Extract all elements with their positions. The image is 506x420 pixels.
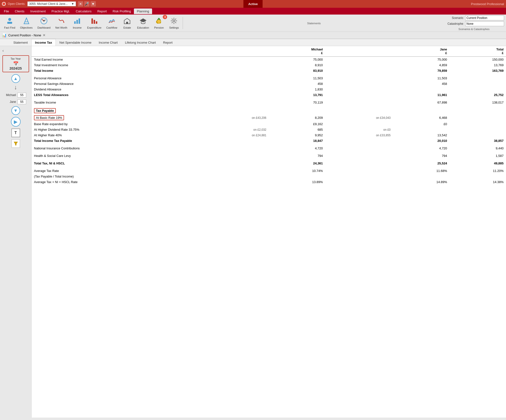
main-content: Michael £ Jane £ Total £ Total Earned In xyxy=(32,46,506,418)
menu-clients[interactable]: Clients xyxy=(12,8,27,14)
cell-michael: 458 xyxy=(269,81,325,87)
mic-icon[interactable]: 🎤 xyxy=(84,1,90,7)
cell-michael-prefix xyxy=(201,100,269,105)
table-row: Taxable Income 70,119 67,898 138,017 xyxy=(32,100,506,105)
table-spacer-row xyxy=(32,105,506,107)
title-bar: Open Clients: 3055: Michael Client & Jan… xyxy=(0,0,506,8)
toolbar-separator xyxy=(183,17,183,29)
menu-file[interactable]: File xyxy=(1,8,12,14)
income-icon xyxy=(73,17,81,26)
cell-jane-prefix xyxy=(325,161,393,166)
cell-jane: 14.89% xyxy=(393,179,449,185)
settings-button[interactable]: Settings xyxy=(167,16,181,30)
tab-lifelong-income-chart[interactable]: Lifelong Income Chart xyxy=(121,39,159,46)
cell-jane xyxy=(393,87,449,92)
close-icon[interactable]: ✕ xyxy=(78,1,83,7)
education-button[interactable]: Education xyxy=(135,16,151,30)
client-selector[interactable]: 3055: Michael Client & Jane... ▼ xyxy=(27,1,76,6)
income-button[interactable]: Income xyxy=(70,16,84,30)
panel-close-button[interactable]: ✕ xyxy=(43,33,46,37)
tab-statement[interactable]: Statement xyxy=(10,39,31,46)
objectives-button[interactable]: Objectives xyxy=(18,16,35,30)
cell-description: Personal Savings Allowance xyxy=(32,81,201,87)
expenditure-icon xyxy=(90,17,98,26)
cell-michael: 1,830 xyxy=(269,87,325,92)
jane-age-input[interactable] xyxy=(17,99,26,104)
net-worth-icon xyxy=(57,17,65,26)
menu-practice-mgt[interactable]: Practice Mgt. xyxy=(49,8,73,14)
col-description xyxy=(32,46,201,57)
text-button[interactable]: T xyxy=(11,129,20,137)
cell-jane-prefix xyxy=(325,81,393,87)
cashflow-button[interactable]: Cashflow xyxy=(104,16,119,30)
cell-jane-prefix: on £34,043 xyxy=(325,114,393,121)
table-row: Total Earned Income 75,000 75,000 150,00… xyxy=(32,57,506,62)
active-badge: Active xyxy=(243,0,262,8)
cell-jane xyxy=(393,127,449,132)
cell-michael-prefix xyxy=(201,168,269,174)
table-spacer-row xyxy=(32,159,506,161)
cell-description: At Basic Rate 19% xyxy=(32,114,201,121)
fact-find-button[interactable]: Fact Find xyxy=(2,16,17,30)
svg-marker-18 xyxy=(14,142,18,145)
net-worth-button[interactable]: Net Worth xyxy=(53,16,69,30)
cell-michael-prefix xyxy=(201,92,269,98)
menu-report[interactable]: Report xyxy=(94,8,110,14)
menu-calculators[interactable]: Calculators xyxy=(73,8,94,14)
settings-icon xyxy=(170,17,178,26)
tab-net-spendable-income[interactable]: Net Spendable Income xyxy=(56,39,95,46)
scenario-select[interactable]: Current Position xyxy=(465,16,504,20)
table-row: Tax Payable xyxy=(32,107,506,114)
expenditure-button[interactable]: Expenditure xyxy=(85,16,104,30)
cell-michael-prefix xyxy=(201,179,269,185)
table-spacer-row xyxy=(32,98,506,100)
down-icon[interactable]: ▼ xyxy=(90,1,96,7)
catastrophe-select[interactable]: None xyxy=(465,21,504,26)
menu-planning[interactable]: Planning xyxy=(134,8,152,14)
table-row: At Basic Rate 19% on £43,206 8,209 on £3… xyxy=(32,114,506,121)
estate-button[interactable]: Estate xyxy=(120,16,134,30)
cell-jane: 458 xyxy=(393,81,449,87)
tab-report[interactable]: Report xyxy=(159,39,176,46)
menu-risk-profiling[interactable]: Risk Profiling xyxy=(110,8,134,14)
table-spacer-row xyxy=(32,166,506,168)
cell-michael: 83,910 xyxy=(269,68,325,73)
tax-year-box[interactable]: Tax Year 📅 2024/25 xyxy=(2,55,29,72)
cell-total xyxy=(449,132,506,138)
cell-total xyxy=(449,75,506,81)
collapse-button[interactable]: ‹ xyxy=(1,48,5,53)
cell-michael: 9,952 xyxy=(269,132,325,138)
cell-michael-prefix xyxy=(201,145,269,151)
tab-income-tax[interactable]: Income Tax xyxy=(31,39,56,46)
tab-income-chart[interactable]: Income Chart xyxy=(95,39,121,46)
cell-total: 38,857 xyxy=(449,138,506,144)
play-button[interactable]: ▶ xyxy=(11,117,21,127)
michael-age-input[interactable] xyxy=(17,93,26,97)
cell-jane-prefix xyxy=(325,153,393,159)
cell-description: Average Tax + NI + HSCL Rate xyxy=(32,179,201,185)
cell-michael: £9,162 xyxy=(269,121,325,127)
col-sub-jane xyxy=(325,46,393,57)
cell-michael-prefix xyxy=(201,81,269,87)
scenarios-section: Scenario Current Position Catastrophe No… xyxy=(444,16,504,31)
cell-michael xyxy=(269,107,325,114)
menu-investment[interactable]: Investment xyxy=(27,8,49,14)
cell-jane-prefix xyxy=(325,92,393,98)
dashboard-button[interactable]: Dashboard xyxy=(35,16,53,30)
cell-description: Total Income xyxy=(32,68,201,73)
cell-total xyxy=(449,174,506,179)
michael-age-row: Michael xyxy=(5,93,26,97)
cell-michael-prefix: on £2,032 xyxy=(201,127,269,132)
table-row: Total Tax, NI & HSCL 24,361 25,524 49,88… xyxy=(32,161,506,166)
cell-total: 1,587 xyxy=(449,153,506,159)
year-down-button[interactable]: ▼ xyxy=(11,106,20,115)
cell-michael-prefix xyxy=(201,87,269,92)
cell-michael-prefix xyxy=(201,174,269,179)
panel-chart-icon: 📊 xyxy=(2,33,7,38)
cell-description: Base Rate expanded by xyxy=(32,121,201,127)
toolbar: Fact Find Objectives Dashboard Net Worth… xyxy=(0,15,506,32)
filter-button[interactable] xyxy=(11,139,20,148)
cell-jane xyxy=(393,174,449,179)
cell-total: 49,885 xyxy=(449,161,506,166)
year-up-button[interactable]: ▲ xyxy=(11,74,20,83)
